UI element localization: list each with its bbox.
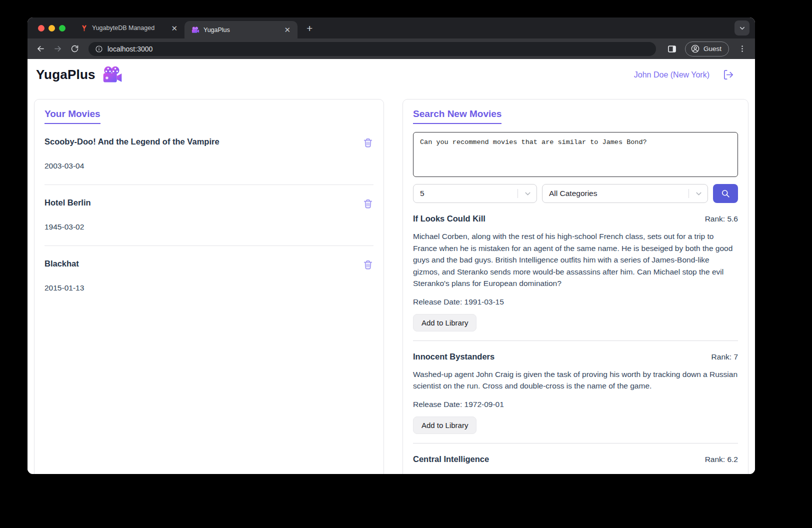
tab-yugabytedb[interactable]: YugabyteDB Managed ✕: [74, 18, 184, 38]
select-divider: [688, 189, 689, 198]
page-content: YugaPlus John Doe (New York): [28, 59, 755, 474]
search-result: Innocent Bystanders Rank: 7 Washed-up ag…: [413, 352, 738, 444]
search-button[interactable]: [713, 184, 738, 203]
search-result: Central Intelligence Rank: 6.2: [413, 454, 738, 464]
search-panel: Search New Movies Can you recommend movi…: [402, 99, 748, 474]
delete-movie-button[interactable]: [362, 259, 374, 270]
side-panel-icon: [667, 44, 677, 54]
chevron-down-icon: [738, 24, 746, 32]
reload-icon: [70, 44, 79, 53]
toolbar-right: Guest: [665, 42, 749, 56]
chevron-down-icon: [524, 190, 532, 198]
app-header: YugaPlus John Doe (New York): [28, 59, 755, 90]
chevron-down-icon: [694, 190, 703, 198]
search-heading: Search New Movies: [413, 108, 502, 124]
tab-close-icon[interactable]: ✕: [282, 25, 292, 34]
browser-window: YugabyteDB Managed ✕ YugaPlus ✕ +: [28, 18, 755, 474]
result-description: Michael Corben, along with the rest of h…: [413, 230, 738, 290]
logout-icon: [722, 69, 734, 80]
url-text: localhost:3000: [108, 45, 152, 53]
result-divider: [413, 340, 738, 341]
brand: YugaPlus: [36, 66, 123, 84]
user-cluster: John Doe (New York): [634, 69, 734, 80]
side-panel-button[interactable]: [665, 42, 679, 56]
category-select[interactable]: All Categories: [542, 184, 708, 203]
kebab-menu-icon: [738, 44, 746, 53]
movie-camera-logo-icon: [102, 66, 123, 84]
max-results-value: 5: [420, 189, 424, 198]
result-title: Central Intelligence: [413, 454, 489, 464]
tab-search-button[interactable]: [734, 20, 750, 36]
app-title: YugaPlus: [36, 67, 96, 82]
trash-icon: [362, 198, 374, 209]
movie-release-date: 2003-03-04: [44, 162, 374, 170]
movie-release-date: 2015-01-13: [44, 284, 374, 292]
result-rank: Rank: 7: [712, 352, 738, 362]
result-divider: [413, 443, 738, 444]
your-movies-panel: Your Movies Scooby-Doo! And the Legend o…: [34, 99, 384, 474]
result-rank: Rank: 5.6: [705, 214, 738, 224]
maximize-window-button[interactable]: [59, 25, 66, 32]
select-divider: [518, 189, 518, 198]
add-to-library-button[interactable]: Add to Library: [413, 416, 476, 434]
logout-button[interactable]: [722, 69, 734, 80]
yugabytedb-favicon-icon: [80, 24, 88, 32]
result-release-date: Release Date: 1972-09-01: [413, 400, 738, 409]
result-release-date: Release Date: 1991-03-15: [413, 298, 738, 306]
tab-strip: YugabyteDB Managed ✕ YugaPlus ✕ +: [28, 18, 755, 38]
result-description: Washed-up agent John Craig is given the …: [413, 368, 738, 392]
back-arrow-icon: [36, 44, 46, 54]
category-value: All Categories: [549, 189, 598, 198]
max-results-select[interactable]: 5: [413, 184, 537, 203]
result-rank: Rank: 6.2: [705, 455, 738, 464]
search-controls: 5 All Categories: [413, 184, 738, 203]
library-movie-row: Blackhat 2015-01-13: [44, 246, 374, 306]
new-tab-button[interactable]: +: [304, 22, 316, 34]
tab-yugaplus[interactable]: YugaPlus ✕: [184, 21, 298, 38]
trash-icon: [362, 137, 374, 148]
movie-title: Hotel Berlin: [44, 198, 91, 208]
search-icon: [720, 188, 730, 198]
forward-button[interactable]: [50, 42, 64, 56]
library-movie-row: Hotel Berlin 1945-03-02: [44, 185, 374, 246]
delete-movie-button[interactable]: [362, 137, 374, 148]
guest-avatar-icon: [690, 44, 700, 54]
close-window-button[interactable]: [38, 25, 44, 32]
forward-arrow-icon: [53, 44, 62, 54]
result-title: Innocent Bystanders: [413, 352, 494, 362]
site-info-icon[interactable]: [95, 45, 103, 53]
delete-movie-button[interactable]: [362, 198, 374, 209]
result-title: If Looks Could Kill: [413, 214, 486, 224]
back-button[interactable]: [34, 42, 48, 56]
movie-camera-favicon-icon: [192, 26, 200, 34]
tab-title: YugabyteDB Managed: [92, 24, 165, 32]
user-profile-link[interactable]: John Doe (New York): [634, 70, 710, 80]
search-query-input[interactable]: Can you recommend movies that are simila…: [413, 132, 738, 177]
movie-title: Blackhat: [44, 259, 79, 268]
address-bar[interactable]: localhost:3000: [88, 42, 656, 56]
tab-close-icon[interactable]: ✕: [169, 24, 180, 33]
browser-menu-button[interactable]: [735, 42, 749, 56]
movie-title: Scooby-Doo! And the Legend of the Vampir…: [44, 137, 220, 146]
add-to-library-button[interactable]: Add to Library: [413, 314, 476, 332]
reload-button[interactable]: [68, 42, 82, 56]
tab-title: YugaPlus: [204, 26, 278, 34]
trash-icon: [362, 259, 374, 270]
browser-toolbar: localhost:3000 Guest: [28, 38, 755, 59]
search-result: If Looks Could Kill Rank: 5.6 Michael Co…: [413, 214, 738, 341]
profile-button[interactable]: Guest: [685, 42, 729, 56]
profile-label: Guest: [704, 45, 722, 52]
minimize-window-button[interactable]: [48, 25, 55, 32]
your-movies-heading: Your Movies: [44, 108, 100, 124]
library-movie-row: Scooby-Doo! And the Legend of the Vampir…: [44, 124, 374, 185]
movie-release-date: 1945-03-02: [44, 222, 374, 232]
window-controls: [28, 18, 74, 38]
